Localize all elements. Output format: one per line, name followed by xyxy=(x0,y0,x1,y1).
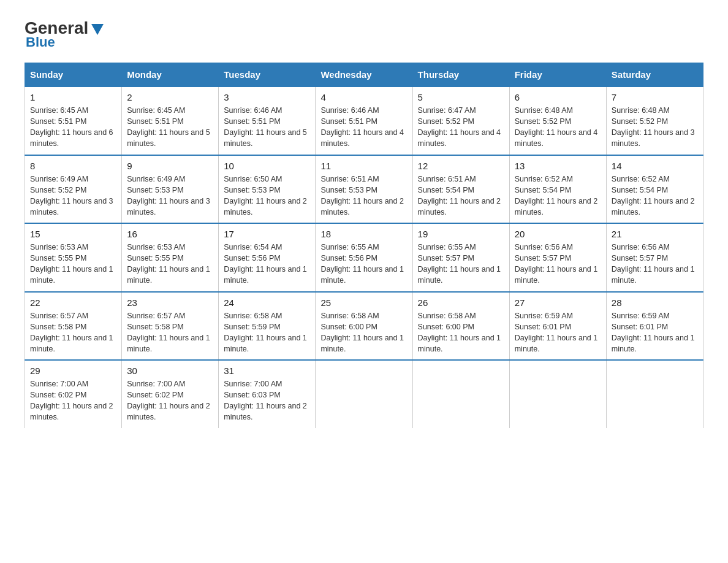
day-number: 8 xyxy=(30,161,116,171)
day-info: Sunrise: 6:49 AMSunset: 5:52 PMDaylight:… xyxy=(30,174,116,218)
day-number: 20 xyxy=(515,229,601,239)
day-number: 1 xyxy=(30,92,116,102)
day-number: 3 xyxy=(224,92,310,102)
day-number: 25 xyxy=(320,297,407,308)
calendar-cell: 22 Sunrise: 6:57 AMSunset: 5:58 PMDaylig… xyxy=(25,292,122,361)
calendar-cell: 6 Sunrise: 6:48 AMSunset: 5:52 PMDayligh… xyxy=(509,86,606,155)
day-info: Sunrise: 6:57 AMSunset: 5:58 PMDaylight:… xyxy=(30,310,116,355)
calendar-cell: 27 Sunrise: 6:59 AMSunset: 6:01 PMDaylig… xyxy=(509,292,606,361)
calendar-week-row: 15 Sunrise: 6:53 AMSunset: 5:55 PMDaylig… xyxy=(25,223,703,292)
day-info: Sunrise: 6:45 AMSunset: 5:51 PMDaylight:… xyxy=(127,105,213,150)
calendar-cell xyxy=(412,360,509,428)
day-info: Sunrise: 6:45 AMSunset: 5:51 PMDaylight:… xyxy=(30,105,116,150)
calendar-cell: 25 Sunrise: 6:58 AMSunset: 6:00 PMDaylig… xyxy=(316,292,412,361)
calendar-cell: 21 Sunrise: 6:56 AMSunset: 5:57 PMDaylig… xyxy=(606,223,703,292)
day-info: Sunrise: 6:49 AMSunset: 5:53 PMDaylight:… xyxy=(127,174,213,218)
calendar-week-row: 8 Sunrise: 6:49 AMSunset: 5:52 PMDayligh… xyxy=(25,155,703,224)
calendar-cell: 10 Sunrise: 6:50 AMSunset: 5:53 PMDaylig… xyxy=(219,155,316,224)
day-number: 14 xyxy=(612,161,698,171)
day-number: 26 xyxy=(418,297,504,308)
calendar-cell: 19 Sunrise: 6:55 AMSunset: 5:57 PMDaylig… xyxy=(412,223,509,292)
calendar-cell: 18 Sunrise: 6:55 AMSunset: 5:56 PMDaylig… xyxy=(316,223,412,292)
day-info: Sunrise: 6:58 AMSunset: 6:00 PMDaylight:… xyxy=(418,310,504,355)
day-number: 28 xyxy=(612,297,698,308)
calendar-cell xyxy=(316,360,412,428)
calendar-cell: 20 Sunrise: 6:56 AMSunset: 5:57 PMDaylig… xyxy=(509,223,606,292)
calendar-cell: 17 Sunrise: 6:54 AMSunset: 5:56 PMDaylig… xyxy=(219,223,316,292)
day-number: 12 xyxy=(418,161,504,171)
day-info: Sunrise: 6:53 AMSunset: 5:55 PMDaylight:… xyxy=(30,242,116,286)
page-header: General Blue xyxy=(25,18,703,50)
day-number: 18 xyxy=(320,229,407,239)
day-info: Sunrise: 7:00 AMSunset: 6:02 PMDaylight:… xyxy=(127,378,213,423)
day-number: 19 xyxy=(418,229,504,239)
day-number: 23 xyxy=(127,297,213,308)
day-info: Sunrise: 6:56 AMSunset: 5:57 PMDaylight:… xyxy=(612,242,698,286)
day-info: Sunrise: 6:51 AMSunset: 5:54 PMDaylight:… xyxy=(418,174,504,218)
day-info: Sunrise: 6:56 AMSunset: 5:57 PMDaylight:… xyxy=(515,242,601,286)
calendar-cell: 8 Sunrise: 6:49 AMSunset: 5:52 PMDayligh… xyxy=(25,155,122,224)
day-number: 11 xyxy=(320,161,407,171)
day-number: 22 xyxy=(30,297,116,308)
calendar-cell: 12 Sunrise: 6:51 AMSunset: 5:54 PMDaylig… xyxy=(412,155,509,224)
weekday-header-tuesday: Tuesday xyxy=(219,63,316,87)
logo-triangle-icon xyxy=(91,24,104,35)
day-info: Sunrise: 6:52 AMSunset: 5:54 PMDaylight:… xyxy=(515,174,601,218)
calendar-table: SundayMondayTuesdayWednesdayThursdayFrid… xyxy=(25,63,703,428)
day-info: Sunrise: 6:47 AMSunset: 5:52 PMDaylight:… xyxy=(418,105,504,150)
day-info: Sunrise: 6:55 AMSunset: 5:57 PMDaylight:… xyxy=(418,242,504,286)
day-number: 9 xyxy=(127,161,213,171)
day-number: 15 xyxy=(30,229,116,239)
calendar-cell: 2 Sunrise: 6:45 AMSunset: 5:51 PMDayligh… xyxy=(122,86,219,155)
day-number: 17 xyxy=(224,229,310,239)
weekday-header-wednesday: Wednesday xyxy=(316,63,412,87)
day-info: Sunrise: 7:00 AMSunset: 6:02 PMDaylight:… xyxy=(30,378,116,423)
day-info: Sunrise: 6:59 AMSunset: 6:01 PMDaylight:… xyxy=(515,310,601,355)
logo-blue-text: Blue xyxy=(26,34,55,50)
day-info: Sunrise: 6:53 AMSunset: 5:55 PMDaylight:… xyxy=(127,242,213,286)
calendar-cell: 7 Sunrise: 6:48 AMSunset: 5:52 PMDayligh… xyxy=(606,86,703,155)
day-info: Sunrise: 6:51 AMSunset: 5:53 PMDaylight:… xyxy=(320,174,407,218)
day-number: 7 xyxy=(612,92,698,102)
day-info: Sunrise: 6:48 AMSunset: 5:52 PMDaylight:… xyxy=(612,105,698,150)
day-info: Sunrise: 6:48 AMSunset: 5:52 PMDaylight:… xyxy=(515,105,601,150)
day-info: Sunrise: 6:59 AMSunset: 6:01 PMDaylight:… xyxy=(612,310,698,355)
calendar-cell: 9 Sunrise: 6:49 AMSunset: 5:53 PMDayligh… xyxy=(122,155,219,224)
calendar-cell: 13 Sunrise: 6:52 AMSunset: 5:54 PMDaylig… xyxy=(509,155,606,224)
day-number: 10 xyxy=(224,161,310,171)
day-number: 24 xyxy=(224,297,310,308)
calendar-cell: 31 Sunrise: 7:00 AMSunset: 6:03 PMDaylig… xyxy=(219,360,316,428)
calendar-week-row: 1 Sunrise: 6:45 AMSunset: 5:51 PMDayligh… xyxy=(25,86,703,155)
day-info: Sunrise: 6:46 AMSunset: 5:51 PMDaylight:… xyxy=(224,105,310,150)
day-number: 31 xyxy=(224,366,310,376)
calendar-cell: 1 Sunrise: 6:45 AMSunset: 5:51 PMDayligh… xyxy=(25,86,122,155)
day-info: Sunrise: 6:58 AMSunset: 5:59 PMDaylight:… xyxy=(224,310,310,355)
weekday-header-saturday: Saturday xyxy=(606,63,703,87)
calendar-cell: 16 Sunrise: 6:53 AMSunset: 5:55 PMDaylig… xyxy=(122,223,219,292)
day-info: Sunrise: 6:58 AMSunset: 6:00 PMDaylight:… xyxy=(320,310,407,355)
day-number: 6 xyxy=(515,92,601,102)
calendar-cell: 4 Sunrise: 6:46 AMSunset: 5:51 PMDayligh… xyxy=(316,86,412,155)
day-info: Sunrise: 6:54 AMSunset: 5:56 PMDaylight:… xyxy=(224,242,310,286)
calendar-cell: 11 Sunrise: 6:51 AMSunset: 5:53 PMDaylig… xyxy=(316,155,412,224)
day-number: 16 xyxy=(127,229,213,239)
calendar-cell: 30 Sunrise: 7:00 AMSunset: 6:02 PMDaylig… xyxy=(122,360,219,428)
calendar-cell: 5 Sunrise: 6:47 AMSunset: 5:52 PMDayligh… xyxy=(412,86,509,155)
calendar-cell: 29 Sunrise: 7:00 AMSunset: 6:02 PMDaylig… xyxy=(25,360,122,428)
day-number: 4 xyxy=(320,92,407,102)
calendar-week-row: 29 Sunrise: 7:00 AMSunset: 6:02 PMDaylig… xyxy=(25,360,703,428)
day-info: Sunrise: 6:55 AMSunset: 5:56 PMDaylight:… xyxy=(320,242,407,286)
calendar-week-row: 22 Sunrise: 6:57 AMSunset: 5:58 PMDaylig… xyxy=(25,292,703,361)
weekday-header-thursday: Thursday xyxy=(412,63,509,87)
day-number: 5 xyxy=(418,92,504,102)
calendar-cell: 15 Sunrise: 6:53 AMSunset: 5:55 PMDaylig… xyxy=(25,223,122,292)
day-info: Sunrise: 6:52 AMSunset: 5:54 PMDaylight:… xyxy=(612,174,698,218)
day-number: 30 xyxy=(127,366,213,376)
day-info: Sunrise: 6:57 AMSunset: 5:58 PMDaylight:… xyxy=(127,310,213,355)
calendar-cell: 28 Sunrise: 6:59 AMSunset: 6:01 PMDaylig… xyxy=(606,292,703,361)
calendar-header-row: SundayMondayTuesdayWednesdayThursdayFrid… xyxy=(25,63,703,87)
weekday-header-friday: Friday xyxy=(509,63,606,87)
day-info: Sunrise: 6:46 AMSunset: 5:51 PMDaylight:… xyxy=(320,105,407,150)
calendar-cell: 3 Sunrise: 6:46 AMSunset: 5:51 PMDayligh… xyxy=(219,86,316,155)
day-info: Sunrise: 6:50 AMSunset: 5:53 PMDaylight:… xyxy=(224,174,310,218)
